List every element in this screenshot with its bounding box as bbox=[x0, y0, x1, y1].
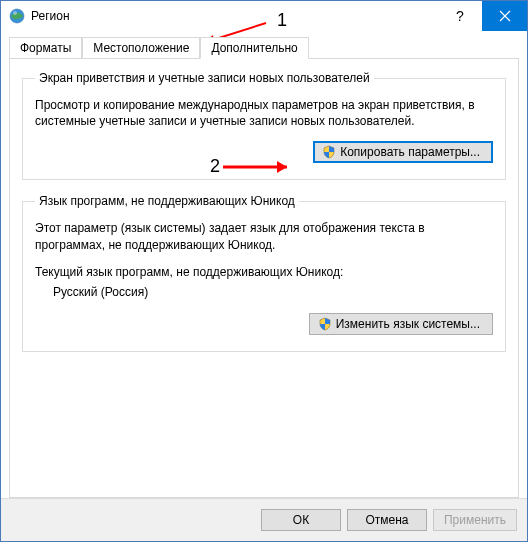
group-nonunicode-legend: Язык программ, не поддерживающих Юникод bbox=[35, 194, 299, 208]
window-title: Регион bbox=[31, 9, 437, 23]
shield-icon bbox=[318, 317, 332, 331]
group-nonunicode: Язык программ, не поддерживающих Юникод … bbox=[22, 194, 506, 351]
copy-settings-label: Копировать параметры... bbox=[340, 145, 480, 159]
tab-pane-advanced: Экран приветствия и учетные записи новых… bbox=[9, 58, 519, 498]
group-nonunicode-desc: Этот параметр (язык системы) задает язык… bbox=[35, 220, 493, 252]
current-language-value: Русский (Россия) bbox=[53, 285, 493, 299]
close-button[interactable] bbox=[482, 1, 527, 31]
region-dialog: Регион ? Форматы Местоположение Дополнит… bbox=[0, 0, 528, 542]
shield-icon bbox=[322, 145, 336, 159]
help-button[interactable]: ? bbox=[437, 1, 482, 31]
current-language-label: Текущий язык программ, не поддерживающих… bbox=[35, 265, 493, 279]
tab-location[interactable]: Местоположение bbox=[82, 37, 200, 59]
ok-button[interactable]: ОК bbox=[261, 509, 341, 531]
group-welcome-legend: Экран приветствия и учетные записи новых… bbox=[35, 71, 374, 85]
group-welcome-desc: Просмотр и копирование международных пар… bbox=[35, 97, 493, 129]
tab-formats[interactable]: Форматы bbox=[9, 37, 82, 59]
globe-icon bbox=[9, 8, 25, 24]
copy-settings-button[interactable]: Копировать параметры... bbox=[313, 141, 493, 163]
svg-text:?: ? bbox=[456, 9, 464, 23]
group-welcome-screen: Экран приветствия и учетные записи новых… bbox=[22, 71, 506, 180]
tab-strip: Форматы Местоположение Дополнительно bbox=[9, 37, 519, 59]
dialog-footer: ОК Отмена Применить bbox=[1, 498, 527, 541]
change-system-locale-button[interactable]: Изменить язык системы... bbox=[309, 313, 493, 335]
window-controls: ? bbox=[437, 1, 527, 31]
tab-advanced[interactable]: Дополнительно bbox=[200, 37, 308, 59]
change-system-locale-label: Изменить язык системы... bbox=[336, 317, 480, 331]
titlebar: Регион ? bbox=[1, 1, 527, 31]
svg-point-1 bbox=[13, 11, 17, 15]
cancel-button[interactable]: Отмена bbox=[347, 509, 427, 531]
apply-button[interactable]: Применить bbox=[433, 509, 517, 531]
client-area: Форматы Местоположение Дополнительно Экр… bbox=[1, 31, 527, 498]
